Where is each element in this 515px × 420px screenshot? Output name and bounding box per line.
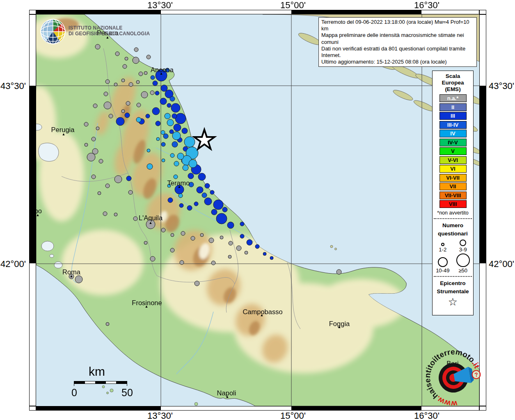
city-label-frosinone: Frosinone xyxy=(132,299,162,307)
intensity-point-na xyxy=(134,48,138,52)
questionnaire-title: Numero questionari xyxy=(437,221,469,238)
intensity-point-iii xyxy=(168,198,173,203)
intensity-point-na xyxy=(93,104,97,108)
intensity-point-na xyxy=(133,57,139,64)
intensity-point-na xyxy=(336,269,341,274)
size-label: 1-2 xyxy=(439,247,446,253)
intensity-point-iii xyxy=(222,207,227,212)
city-label-perugia: Perugia xyxy=(51,126,75,134)
intensity-point-na xyxy=(87,153,95,161)
intensity-point-iv xyxy=(172,132,181,140)
intensity-point-iii xyxy=(160,98,167,105)
intensity-point-na xyxy=(125,57,128,60)
intensity-point-na xyxy=(92,137,96,141)
intensity-point-iii xyxy=(175,113,186,124)
axis-label-left: 42°00' xyxy=(0,259,26,269)
intensity-point-na xyxy=(84,122,88,126)
intensity-point-iii xyxy=(227,222,234,228)
epicenter-star xyxy=(194,130,214,149)
city-label-viterbo: Viterbo xyxy=(36,207,42,215)
intensity-point-iii xyxy=(187,205,192,210)
intensity-point-iii xyxy=(255,244,259,249)
size-label: 3-9 xyxy=(459,247,467,253)
intensity-point-na xyxy=(136,80,140,84)
city-label-campobasso: Campobasso xyxy=(243,308,282,316)
intensity-point-na xyxy=(96,127,99,130)
intensity-point-iii xyxy=(213,200,223,210)
intensity-point-iii xyxy=(172,114,177,119)
intensity-point-iii_iv xyxy=(172,142,178,147)
intensity-point-na xyxy=(121,79,125,82)
ems-swatch-v: V xyxy=(439,147,467,155)
scale-end-label: 50 xyxy=(121,387,133,399)
map-canvas: ▲Pesaro▲Ancona▲Perugia▲Viterbo▲Teramo▲L'… xyxy=(36,14,479,406)
ems-swatch-viii: VIII xyxy=(439,200,467,208)
intensity-point-na xyxy=(126,101,130,105)
questionnaire-size--50: ≥50 xyxy=(453,253,474,274)
intensity-point-na xyxy=(105,80,110,84)
frame-corner xyxy=(29,10,36,14)
intensity-point-iii xyxy=(179,203,183,208)
intensity-point-na xyxy=(114,83,117,86)
scale-unit-label: km xyxy=(89,365,105,379)
axis-label-top: 16°30' xyxy=(414,0,439,11)
intensity-point-iii xyxy=(210,190,214,194)
intensity-point-iv xyxy=(147,149,150,152)
intensity-point-na xyxy=(115,52,119,56)
intensity-point-na xyxy=(75,276,82,283)
axis-label-bottom: 13°30' xyxy=(147,411,173,420)
intensity-point-iii xyxy=(167,103,171,107)
ems-swatch-iv: IV xyxy=(439,130,467,137)
map-frame-left xyxy=(29,14,36,406)
ingv-line1: ISTITUTO NAZIONALE xyxy=(69,25,150,31)
intensity-point-na xyxy=(121,110,125,113)
intensity-point-na xyxy=(99,159,103,163)
map-frame-bottom xyxy=(36,406,479,411)
intensity-point-iii_iv xyxy=(151,75,155,80)
questionnaire-size-3-9: 3-9 xyxy=(453,240,474,253)
intensity-point-na xyxy=(195,281,199,286)
intensity-point-iv xyxy=(184,137,195,147)
epicenter-title: Epicentro Strumentale xyxy=(437,279,469,296)
ems-scale-swatches: n.a.*IIIIIIII-IVIVIV-VVV-VIVIVI-VIIVIIVI… xyxy=(433,94,473,208)
legend-footnote: *non avvertito xyxy=(433,210,473,216)
intensity-point-iii xyxy=(197,187,203,193)
axis-label-bottom: 16°30' xyxy=(414,411,439,420)
intensity-point-iii xyxy=(169,130,174,134)
intensity-point-na xyxy=(211,261,215,265)
ingv-globe-icon xyxy=(40,19,66,44)
haisentito-watermark-logo: ? www.haisentitoilterremoto.it xyxy=(423,347,484,409)
legend-title: Scala Europea (EMS) xyxy=(438,73,468,93)
intensity-point-iii xyxy=(270,256,273,260)
intensity-point-iv xyxy=(136,117,141,122)
intensity-point-na xyxy=(161,228,165,232)
intensity-point-iii xyxy=(155,91,159,95)
intensity-point-iii xyxy=(240,234,244,238)
intensity-point-iv xyxy=(147,164,153,169)
intensity-point-na xyxy=(209,238,214,243)
scale-start-label: 0 xyxy=(71,387,77,399)
intensity-point-na xyxy=(133,217,137,221)
intensity-point-iii xyxy=(188,173,194,179)
intensity-point-na xyxy=(191,236,195,240)
ems-swatch-vi: VI xyxy=(439,165,467,173)
intensity-point-iii xyxy=(146,114,150,118)
intensity-point-iv xyxy=(162,159,165,162)
intensity-point-na xyxy=(114,213,117,216)
questionnaire-size-key: 1-23-910-49≥50 xyxy=(433,240,473,274)
questionnaire-size-10-49: 10-49 xyxy=(433,253,453,274)
intensity-point-iv xyxy=(183,165,188,171)
city-label-napoli: Napoli xyxy=(217,389,236,397)
intensity-point-iv xyxy=(177,153,184,160)
intensity-point-na xyxy=(109,114,113,118)
intensity-point-na xyxy=(146,55,151,59)
intensity-point-iii xyxy=(156,121,160,126)
city-label-laquila: L'Aquila xyxy=(139,214,163,222)
intensity-point-iii xyxy=(204,198,212,205)
intensity-point-iii xyxy=(126,176,131,181)
intensity-point-iii xyxy=(152,107,160,115)
size-label: 10-49 xyxy=(436,267,449,274)
intensity-point-na xyxy=(220,236,223,239)
intensity-point-iii xyxy=(247,240,252,245)
info-line: Ultimo aggiornamento: 15-12-2025 08:08 (… xyxy=(321,59,474,65)
